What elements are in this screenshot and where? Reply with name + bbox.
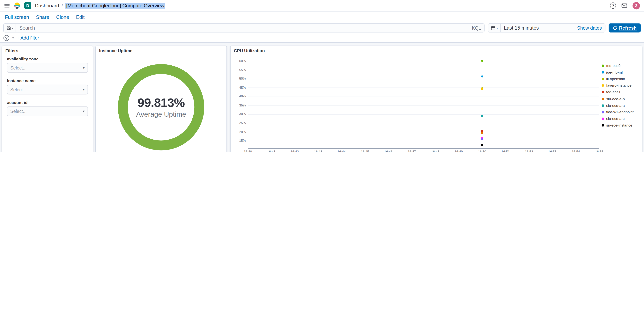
data-point bbox=[481, 144, 483, 146]
select-placeholder: Select... bbox=[10, 109, 27, 114]
data-point bbox=[481, 138, 483, 140]
calendar-icon bbox=[491, 26, 496, 30]
full-screen-link[interactable]: Full screen bbox=[3, 14, 31, 20]
y-tick-label: 20% bbox=[233, 130, 246, 134]
clone-link[interactable]: Clone bbox=[54, 14, 71, 20]
refresh-icon bbox=[613, 26, 617, 30]
add-filter-button[interactable]: + Add filter bbox=[17, 36, 39, 40]
legend-item[interactable]: favero-instance bbox=[602, 82, 641, 89]
legend-label: ted-ece2 bbox=[606, 64, 621, 68]
data-point bbox=[481, 75, 483, 78]
data-point bbox=[481, 115, 483, 117]
legend-dot bbox=[602, 98, 604, 100]
legend-label: siu-ece-a-c bbox=[606, 116, 624, 121]
refresh-button[interactable]: Refresh bbox=[609, 23, 641, 32]
query-bar: ▾ KQL ▾ Last 15 minutes Show dates Refre… bbox=[0, 22, 644, 33]
x-tick-label: 16:51 bbox=[499, 150, 512, 152]
panel-filters: Filters availability zone Select... ▾ in… bbox=[2, 46, 93, 152]
chevron-down-icon: ▾ bbox=[12, 26, 13, 30]
breadcrumb: Dashboard / [Metricbeat Googlecloud] Com… bbox=[35, 3, 165, 8]
gridline bbox=[248, 114, 599, 114]
refresh-button-label: Refresh bbox=[619, 26, 636, 30]
field-label: account id bbox=[7, 100, 88, 105]
x-tick-label: 16:52 bbox=[523, 150, 535, 152]
edit-link[interactable]: Edit bbox=[74, 14, 86, 20]
x-tick-label: 16:40 bbox=[242, 150, 254, 152]
y-tick-label: 25% bbox=[233, 121, 246, 125]
legend-item[interactable]: lil-openshift bbox=[602, 76, 641, 82]
legend-dot bbox=[602, 64, 604, 67]
legend-dot bbox=[602, 78, 604, 80]
x-tick-label: 16:46 bbox=[382, 150, 394, 152]
instance-name-select[interactable]: Select... ▾ bbox=[7, 85, 88, 94]
legend-label: ted-ece1 bbox=[606, 90, 621, 94]
x-tick-label: 16:47 bbox=[406, 150, 418, 152]
legend-label: tlee-w1-endpoint bbox=[606, 110, 634, 114]
panel-title: Instance Uptime bbox=[99, 48, 132, 53]
kql-language-button[interactable]: KQL bbox=[468, 26, 484, 30]
gridline bbox=[248, 141, 599, 141]
filter-circle-icon[interactable] bbox=[3, 35, 10, 41]
legend-dot bbox=[602, 104, 604, 107]
gridline bbox=[248, 61, 599, 61]
field-label: instance name bbox=[7, 78, 88, 83]
y-tick-label: 50% bbox=[233, 77, 246, 80]
panel-title: CPU Utilization bbox=[234, 48, 265, 53]
select-placeholder: Select... bbox=[10, 66, 27, 70]
search-box: ▾ KQL bbox=[3, 23, 485, 32]
legend-item[interactable]: ted-ece2 bbox=[602, 62, 641, 69]
x-tick-label: 16:43 bbox=[312, 150, 324, 152]
x-tick-label: 16:49 bbox=[452, 150, 465, 152]
dashboard-menubar: Full screen Share Clone Edit bbox=[0, 12, 644, 22]
legend-item[interactable]: siu-ece-a-c bbox=[602, 116, 641, 122]
x-tick-label: 16:54 bbox=[570, 150, 582, 152]
x-tick-label: 16:50 bbox=[476, 150, 488, 152]
kibana-dashboard-app: D Dashboard / [Metricbeat Googlecloud] C… bbox=[0, 0, 644, 152]
legend-item[interactable]: joe-mb-ml bbox=[602, 69, 641, 76]
dashboard-grid: Filters availability zone Select... ▾ in… bbox=[0, 43, 644, 152]
x-tick-label: 16:48 bbox=[429, 150, 441, 152]
gridline bbox=[248, 79, 599, 79]
field-label: availability zone bbox=[7, 57, 88, 61]
y-tick-label: 45% bbox=[233, 86, 246, 89]
availability-zone-select[interactable]: Select... ▾ bbox=[7, 63, 88, 73]
time-range-value[interactable]: Last 15 minutes bbox=[501, 25, 577, 31]
help-icon[interactable]: ? bbox=[610, 2, 616, 9]
saved-query-menu-button[interactable]: ▾ bbox=[4, 24, 16, 32]
share-link[interactable]: Share bbox=[34, 14, 51, 20]
legend-label: siu-ece-a-b bbox=[606, 97, 625, 101]
legend-dot bbox=[602, 124, 604, 126]
legend-item[interactable]: sri-ece-instance bbox=[602, 122, 641, 128]
data-point bbox=[481, 130, 483, 132]
search-input[interactable] bbox=[16, 24, 468, 32]
account-id-select[interactable]: Select... ▾ bbox=[7, 106, 88, 116]
legend-item[interactable]: tlee-w1-endpoint bbox=[602, 109, 641, 116]
x-tick-label: 16:55 bbox=[593, 150, 605, 152]
elastic-logo[interactable] bbox=[14, 2, 21, 9]
legend-item[interactable]: ted-ece1 bbox=[602, 89, 641, 96]
legend-dot bbox=[602, 91, 604, 94]
legend-label: joe-mb-ml bbox=[606, 70, 622, 74]
chevron-down-icon: ▾ bbox=[83, 109, 85, 113]
filter-field-account-id: account id Select... ▾ bbox=[7, 100, 88, 116]
show-dates-button[interactable]: Show dates bbox=[577, 26, 605, 30]
gridline bbox=[248, 70, 599, 70]
legend-dot bbox=[602, 111, 604, 113]
topbar-actions: ? 2 bbox=[610, 2, 640, 9]
x-tick-label: 16:44 bbox=[335, 150, 348, 152]
breadcrumb-separator: / bbox=[62, 3, 63, 8]
y-tick-label: 15% bbox=[233, 139, 246, 143]
calendar-menu-button[interactable]: ▾ bbox=[488, 24, 501, 32]
chevron-down-icon: ▾ bbox=[12, 36, 14, 39]
x-tick-label: 16:41 bbox=[265, 150, 277, 152]
newsfeed-icon[interactable] bbox=[622, 3, 627, 8]
legend-item[interactable]: siu-ece-a-b bbox=[602, 96, 641, 102]
space-avatar[interactable]: D bbox=[24, 2, 31, 9]
menu-icon[interactable] bbox=[4, 3, 10, 8]
breadcrumb-dashboard[interactable]: Dashboard bbox=[35, 3, 59, 8]
legend-item[interactable]: siu-ece-a-a bbox=[602, 102, 641, 109]
breadcrumb-current-page: [Metricbeat Googlecloud] Compute Overvie… bbox=[66, 3, 165, 8]
legend-dot bbox=[602, 71, 604, 74]
user-avatar[interactable]: 2 bbox=[632, 2, 640, 9]
save-query-icon bbox=[6, 26, 11, 30]
